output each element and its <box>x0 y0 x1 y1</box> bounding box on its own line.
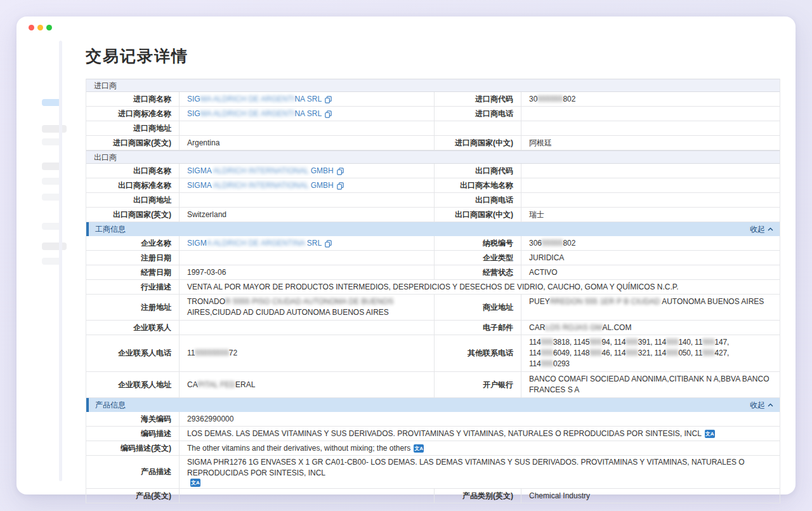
section-title: 工商信息 <box>95 224 126 235</box>
chevron-up-icon <box>768 403 773 407</box>
field-label: 企业类型 <box>434 251 521 265</box>
company-name-link[interactable]: SIGMA ALDRICH DE ARGENTINA SRL <box>187 238 322 249</box>
field-value: The other vitamins and their derivatives… <box>179 441 781 455</box>
field-value: SIGMA ALDRICH DE ARGENTINA SRL <box>179 107 434 121</box>
field-label: 企业联系人地址 <box>86 372 179 397</box>
table-row: 注册地址 TRONADOR 5555 PISO CIUDAD AUTONOMA … <box>86 295 780 321</box>
field-label: 企业联系人 <box>86 321 179 335</box>
field-value-empty <box>179 121 434 135</box>
field-label: 产品类别(英文) <box>434 489 521 503</box>
main-content: 交易记录详情 进口商 进口商名称 SIGMA ALDRICH DE ARGENT… <box>86 42 780 503</box>
field-label: 经营日期 <box>86 265 179 279</box>
section-title: 产品信息 <box>95 400 126 411</box>
table-row: 出口商名称 SIGMA ALDRICH INTERNATIONAL GMBH 出… <box>86 164 780 178</box>
field-label: 进口商代码 <box>434 92 521 106</box>
field-value-empty <box>179 193 434 207</box>
field-value: 115555555572 <box>179 335 434 371</box>
copy-icon[interactable] <box>337 168 344 175</box>
field-value: Switzerland <box>179 208 434 222</box>
copy-icon[interactable] <box>325 110 332 118</box>
field-value: SIGMA ALDRICH INTERNATIONAL GMBH <box>179 178 434 192</box>
table-row: 产品(英文) 产品类别(英文) Chemical Industry <box>86 489 780 503</box>
field-label: 出口商国家(英文) <box>86 208 179 222</box>
table-row: 编码描述(英文) The other vitamins and their de… <box>86 441 780 456</box>
field-value: BANCO COMAFI SOCIEDAD ANONIMA,CITIBANK N… <box>521 372 781 397</box>
collapse-button[interactable]: 收起 <box>750 400 773 411</box>
field-label: 进口商名称 <box>86 92 179 106</box>
field-label: 商业地址 <box>434 295 521 320</box>
field-value: SIGMA PHR1276 1G ENVASES X 1 GR CA01-CB0… <box>179 456 781 488</box>
field-value: SIGMA ALDRICH DE ARGENTINA SRL <box>179 236 434 250</box>
exporter-name-link[interactable]: SIGMA ALDRICH INTERNATIONAL GMBH <box>187 166 334 176</box>
field-value: CARLOS ROJAS GMAL.COM <box>521 321 781 335</box>
translate-icon[interactable]: 文A <box>190 479 200 487</box>
maximize-button[interactable] <box>46 25 52 30</box>
product-desc-text: SIGMA PHR1276 1G ENVASES X 1 GR CA01-CB0… <box>187 457 773 479</box>
field-value: 30555555802 <box>521 92 781 106</box>
translate-icon[interactable]: 文A <box>705 430 715 438</box>
field-label: 注册日期 <box>86 251 179 265</box>
field-label: 其他联系电话 <box>434 335 521 371</box>
close-button[interactable] <box>29 25 34 30</box>
field-value-empty <box>521 193 781 207</box>
field-value: TRONADOR 5555 PISO CIUDAD AUTONOMA DE BU… <box>179 295 434 320</box>
table-row: 企业联系人 电子邮件 CARLOS ROJAS GMAL.COM <box>86 321 780 335</box>
table-row: 出口商国家(英文) Switzerland 出口商国家(中文) 瑞士 <box>86 208 780 222</box>
copy-icon[interactable] <box>325 240 332 248</box>
code-desc-en-text: The other vitamins and their derivatives… <box>187 443 410 454</box>
field-value: CAPITAL FEDERAL <box>179 372 434 397</box>
collapse-label: 收起 <box>750 224 765 235</box>
field-label: 电子邮件 <box>434 321 521 335</box>
field-label: 经营状态 <box>434 265 521 279</box>
translate-icon[interactable]: 文A <box>414 444 424 453</box>
table-row: 企业联系人电话 115555555572 其他联系电话 1145553818, … <box>86 335 780 372</box>
field-label: 海关编码 <box>86 412 179 426</box>
field-label: 开户银行 <box>434 372 521 397</box>
field-value: 29362990000 <box>179 412 781 426</box>
table-row: 进口商名称 SIGMA ALDRICH DE ARGENTINA SRL 进口商… <box>86 92 780 107</box>
table-row: 进口商国家(英文) Argentina 进口商国家(中文) 阿根廷 <box>86 136 780 150</box>
field-label: 出口商标准名称 <box>86 178 179 192</box>
field-value-empty <box>521 107 781 121</box>
section-header-business: 工商信息 收起 <box>86 222 780 236</box>
field-value: PUEYRREDON 555 1ER P B CIUDAD AUTONOMA B… <box>521 295 781 320</box>
field-value: LOS DEMAS. LAS DEMAS VITAMINAS Y SUS DER… <box>179 427 781 441</box>
field-value-empty <box>179 489 434 503</box>
field-value: Argentina <box>179 136 434 150</box>
field-label: 出口商电话 <box>434 193 521 207</box>
code-desc-text: LOS DEMAS. LAS DEMAS VITAMINAS Y SUS DER… <box>187 428 702 439</box>
field-value: Chemical Industry <box>521 489 781 503</box>
field-value: JURIDICA <box>521 251 781 265</box>
importer-name-link[interactable]: SIGMA ALDRICH DE ARGENTINA SRL <box>187 94 322 105</box>
table-row: 行业描述 VENTA AL POR MAYOR DE PRODUCTOS INT… <box>86 280 780 295</box>
copy-icon[interactable] <box>325 96 332 103</box>
field-label-empty <box>434 121 521 135</box>
sidebar-skeleton-item[interactable] <box>42 125 67 133</box>
field-value: VENTA AL POR MAYOR DE PRODUCTOS INTERMED… <box>179 280 781 294</box>
browser-window: 交易记录详情 进口商 进口商名称 SIGMA ALDRICH DE ARGENT… <box>16 17 796 494</box>
importer-std-name-link[interactable]: SIGMA ALDRICH DE ARGENTINA SRL <box>187 109 322 119</box>
minimize-button[interactable] <box>37 25 43 30</box>
section-header-importer: 进口商 <box>86 79 780 92</box>
table-row: 产品描述 SIGMA PHR1276 1G ENVASES X 1 GR CA0… <box>86 456 780 489</box>
sidebar-skeleton-item[interactable] <box>42 242 67 250</box>
field-value-empty <box>521 178 781 192</box>
copy-icon[interactable] <box>337 182 344 190</box>
field-label: 进口商国家(中文) <box>434 136 521 150</box>
field-label: 进口商标准名称 <box>86 107 179 121</box>
field-label: 注册地址 <box>86 295 179 320</box>
field-label: 产品(英文) <box>86 489 179 503</box>
field-label: 纳税编号 <box>434 236 521 250</box>
table-row: 进口商标准名称 SIGMA ALDRICH DE ARGENTINA SRL 进… <box>86 107 780 121</box>
field-label: 出口商代码 <box>434 164 521 178</box>
field-value: 1145553818, 114555594, 114555391, 114555… <box>521 335 781 371</box>
field-label: 出口商名称 <box>86 164 179 178</box>
page-title: 交易记录详情 <box>86 46 780 67</box>
field-value: ACTIVO <box>521 265 781 279</box>
field-label: 行业描述 <box>86 280 179 294</box>
collapse-button[interactable]: 收起 <box>750 224 773 235</box>
field-label: 进口商电话 <box>434 107 521 121</box>
table-row: 经营日期 1997-03-06 经营状态 ACTIVO <box>86 265 780 280</box>
exporter-std-name-link[interactable]: SIGMA ALDRICH INTERNATIONAL GMBH <box>187 180 334 191</box>
collapse-label: 收起 <box>750 400 765 411</box>
